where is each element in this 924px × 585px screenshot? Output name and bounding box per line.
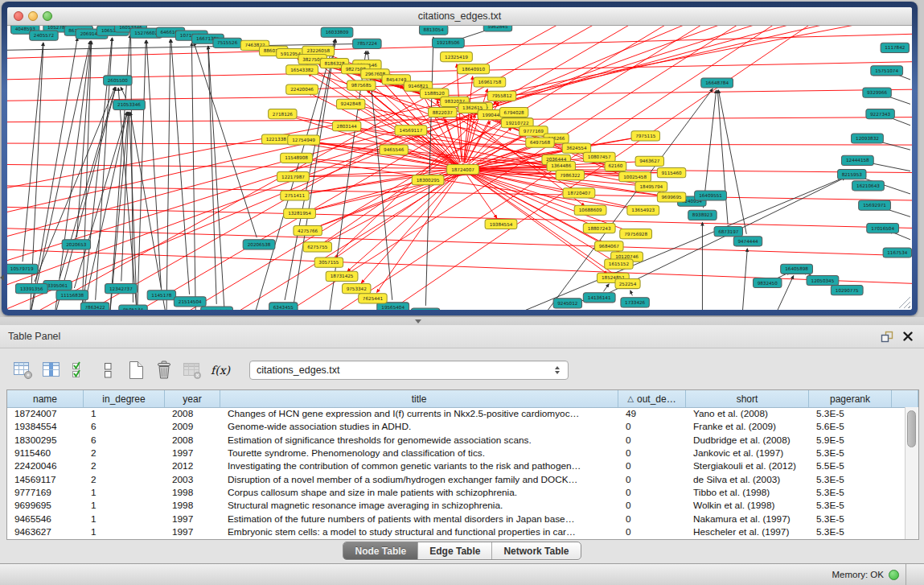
select-columns-icon[interactable] xyxy=(69,360,90,381)
show-column-icon[interactable] xyxy=(41,360,62,381)
graph-node-yellow[interactable]: 10688609 xyxy=(574,205,606,215)
graph-node-teal[interactable]: 21514504 xyxy=(174,297,206,307)
new-document-icon[interactable] xyxy=(125,360,146,381)
table-row[interactable]: 2242004622012Investigating the contribut… xyxy=(7,459,905,472)
graph-node-teal[interactable]: 12050345 xyxy=(807,275,839,285)
column-header-year[interactable]: year xyxy=(165,390,220,407)
graph-node-teal[interactable]: 9245012 xyxy=(553,299,581,308)
graph-node-teal[interactable]: 9227343 xyxy=(866,109,894,118)
network-canvas[interactable]: 1872400740485931052787240557286189242069… xyxy=(7,26,912,310)
table-row[interactable]: 977716911998Corpus callosum shape and si… xyxy=(7,486,905,499)
graph-node-teal[interactable]: 7515526 xyxy=(213,38,241,47)
graph-node-teal[interactable]: 25205012 xyxy=(201,307,233,310)
graph-node-yellow[interactable]: 9699695 xyxy=(657,192,685,202)
delete-icon[interactable] xyxy=(154,360,175,381)
graph-node-teal[interactable]: 2605500 xyxy=(104,76,132,85)
network-graph[interactable]: 1872400740485931052787240557286189242069… xyxy=(7,26,912,310)
table-source-select[interactable]: citations_edges.txt xyxy=(249,360,569,380)
graph-node-teal[interactable]: 8813054 xyxy=(419,26,447,35)
graph-node-teal[interactable]: 1117842 xyxy=(881,43,909,52)
table-row[interactable]: 1456911722003Disruption of a novel membe… xyxy=(7,472,905,485)
column-header-title[interactable]: title xyxy=(220,390,618,407)
graph-node-yellow[interactable]: 6794028 xyxy=(499,107,528,117)
float-panel-icon[interactable] xyxy=(881,331,893,343)
graph-node-yellow[interactable]: 9684067 xyxy=(595,241,623,251)
graph-node-yellow[interactable]: 16961758 xyxy=(474,77,506,87)
graph-node-teal[interactable]: 2405572 xyxy=(30,31,58,40)
scrollbar-thumb[interactable] xyxy=(907,410,916,447)
graph-node-yellow[interactable]: 6497568 xyxy=(526,138,554,147)
graph-node-teal[interactable]: 15751074 xyxy=(871,66,903,76)
graph-node-yellow[interactable]: 4275766 xyxy=(294,226,322,236)
function-builder-icon[interactable]: f(x) xyxy=(210,360,231,381)
window-titlebar[interactable]: citations_edges.txt xyxy=(7,7,912,26)
graph-node-yellow[interactable]: 18720407 xyxy=(563,188,595,198)
graph-node-teal[interactable]: 8652150 xyxy=(411,308,439,310)
graph-node-yellow[interactable]: 79756928 xyxy=(620,229,652,239)
graph-node-teal[interactable]: 16210643 xyxy=(852,181,885,191)
graph-node-yellow[interactable]: 9242848 xyxy=(336,99,364,109)
graph-node-yellow[interactable]: 9465546 xyxy=(380,145,408,154)
graph-node-teal[interactable]: 20206538 xyxy=(243,240,275,249)
graph-node-yellow[interactable]: 18724007 xyxy=(447,164,479,174)
tab-edge-table[interactable]: Edge Table xyxy=(418,542,492,559)
graph-node-teal[interactable]: 16033809 xyxy=(321,27,353,37)
graph-node-teal[interactable]: 7863422 xyxy=(80,303,109,310)
graph-node-yellow[interactable]: 1615152 xyxy=(605,259,633,269)
graph-node-teal[interactable]: 19218506 xyxy=(432,38,464,47)
graph-node-teal[interactable]: 10290775 xyxy=(831,286,863,295)
graph-node-teal[interactable]: 9505134 xyxy=(119,305,147,310)
graph-node-yellow[interactable]: 13281954 xyxy=(284,208,316,218)
graph-node-yellow[interactable]: 9753342 xyxy=(343,284,371,294)
graph-node-teal[interactable]: 6343455 xyxy=(269,303,298,310)
column-header-name[interactable]: name xyxy=(7,390,84,407)
graph-node-yellow[interactable]: 10807457 xyxy=(583,152,615,162)
graph-node-yellow[interactable]: 18640910 xyxy=(458,64,490,74)
table-row[interactable]: 946362711997Embryonic stem cells: a mode… xyxy=(7,525,905,538)
graph-node-teal[interactable]: 8215953 xyxy=(838,170,866,179)
row-tools-icon[interactable] xyxy=(97,360,118,381)
graph-node-teal[interactable]: 12342737 xyxy=(105,284,137,294)
splitter-handle-icon[interactable] xyxy=(415,319,421,323)
graph-node-yellow[interactable]: 1364486 xyxy=(547,161,575,171)
graph-node-teal[interactable]: 13391356 xyxy=(15,284,47,294)
graph-node-yellow[interactable]: 22420046 xyxy=(286,84,318,94)
graph-node-yellow[interactable]: 12325419 xyxy=(441,51,473,61)
graph-node-yellow[interactable]: 13654923 xyxy=(627,205,659,215)
graph-node-yellow[interactable]: 2803144 xyxy=(332,122,360,131)
graph-node-yellow[interactable]: 3624554 xyxy=(562,143,590,153)
table-row[interactable]: 1830029562008Estimation of significance … xyxy=(7,434,905,447)
collapse-left-panel-arrow[interactable] xyxy=(0,274,4,281)
column-header-short[interactable]: short xyxy=(686,390,809,407)
close-panel-icon[interactable] xyxy=(903,332,913,341)
graph-node-teal[interactable]: 16648784 xyxy=(701,78,733,88)
graph-node-teal[interactable]: 1733426 xyxy=(621,298,649,307)
graph-node-yellow[interactable]: 1221338 xyxy=(262,134,290,144)
graph-node-yellow[interactable]: 2751411 xyxy=(281,191,309,200)
graph-node-teal[interactable]: 15692971 xyxy=(859,200,891,210)
graph-node-teal[interactable]: 5962845 xyxy=(483,26,511,31)
graph-node-teal[interactable]: 11156838 xyxy=(56,290,88,300)
graph-node-teal[interactable]: 12444158 xyxy=(841,155,873,165)
table-row[interactable]: 946554611997Estimation of the future num… xyxy=(7,512,905,525)
panel-splitter[interactable] xyxy=(0,317,924,325)
graph-node-yellow[interactable]: 9875685 xyxy=(347,80,376,90)
graph-node-teal[interactable]: 9832450 xyxy=(754,278,782,287)
graph-node-yellow[interactable]: 11548908 xyxy=(281,153,313,163)
graph-node-yellow[interactable]: 6275755 xyxy=(303,242,331,252)
graph-node-teal[interactable]: 14136141 xyxy=(583,293,615,303)
table-row[interactable]: 1872400712008Changes of HCN gene express… xyxy=(7,407,905,420)
column-header-outde[interactable]: △out_de… xyxy=(618,390,686,407)
graph-node-yellow[interactable]: 18731425 xyxy=(326,271,358,281)
graph-node-yellow[interactable]: 18495794 xyxy=(635,182,667,192)
graph-node-yellow[interactable]: 12754949 xyxy=(288,135,320,145)
graph-node-yellow[interactable]: 18807243 xyxy=(583,223,615,233)
table-row[interactable]: 969969511998Structural magnetic resonanc… xyxy=(7,499,905,512)
graph-node-teal[interactable]: 21053346 xyxy=(113,100,146,109)
graph-node-teal[interactable]: 8938923 xyxy=(688,210,717,220)
graph-node-yellow[interactable]: 9463627 xyxy=(635,156,663,166)
graph-node-yellow[interactable]: 19384554 xyxy=(485,219,517,229)
tab-network-table[interactable]: Network Table xyxy=(492,542,580,559)
graph-node-yellow[interactable]: 7625441 xyxy=(359,294,387,303)
table-row[interactable]: 1938455462009Genome-wide association stu… xyxy=(7,420,905,433)
